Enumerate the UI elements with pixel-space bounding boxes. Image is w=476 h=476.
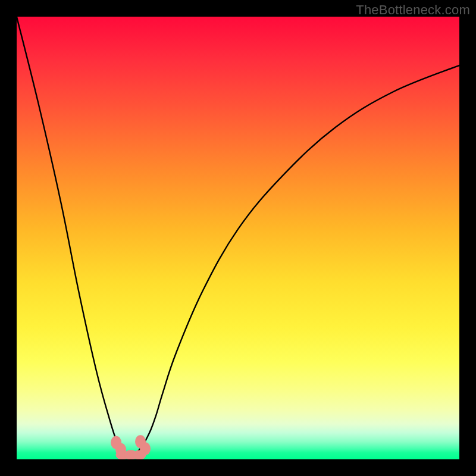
markers-group	[111, 435, 151, 459]
curve-path	[17, 17, 459, 456]
marker-bottom-b	[124, 450, 146, 459]
chart-svg	[17, 17, 459, 459]
chart-frame: TheBottleneck.com	[0, 0, 476, 476]
svg-point-7	[133, 450, 146, 459]
plot-area	[17, 17, 459, 459]
bottleneck-curve	[17, 17, 459, 456]
watermark-text: TheBottleneck.com	[356, 2, 470, 18]
